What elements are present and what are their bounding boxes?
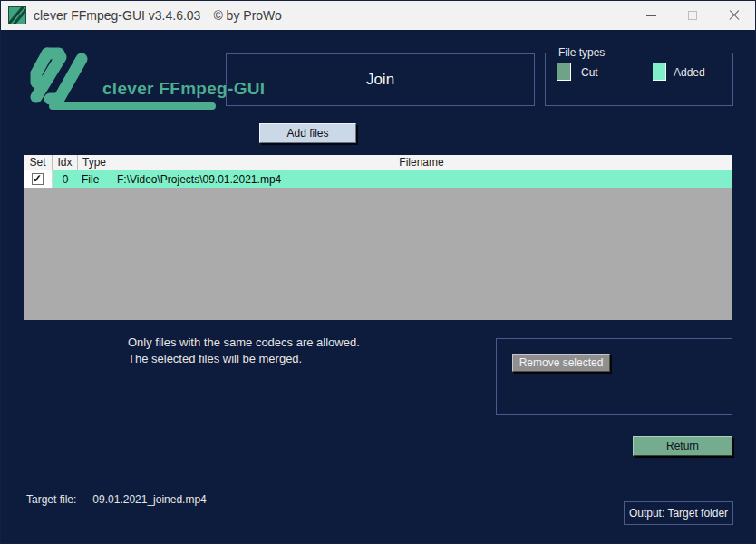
added-label: Added — [674, 66, 705, 79]
header-filename[interactable]: Filename — [111, 155, 732, 170]
table-header-row: Set Idx Type Filename — [24, 155, 732, 170]
file-table: Set Idx Type Filename 0 File F:\Video\Pr… — [24, 155, 732, 320]
remove-group: Remove selected — [496, 338, 732, 415]
maximize-icon — [688, 11, 697, 20]
file-types-legend: File types — [554, 46, 609, 59]
info-line-2: The selected files will be merged. — [128, 351, 360, 367]
row-type-cell: File — [78, 170, 111, 188]
row-filename-cell: F:\Video\Projects\09.01.2021.mp4 — [111, 170, 732, 188]
cut-label: Cut — [581, 66, 598, 79]
maximize-button — [672, 1, 713, 30]
minimize-button[interactable] — [630, 1, 672, 30]
added-color-swatch — [653, 63, 666, 81]
header-type[interactable]: Type — [78, 155, 111, 170]
close-button[interactable] — [713, 1, 755, 30]
remove-selected-button[interactable]: Remove selected — [512, 354, 610, 372]
row-set-cell — [24, 170, 53, 188]
window-copyright: © by ProWo — [213, 8, 281, 23]
output-target-folder-button[interactable]: Output: Target folder — [624, 501, 733, 525]
app-logo-icon — [8, 6, 26, 24]
join-label: Join — [366, 71, 394, 89]
logo-zigzag-icon — [24, 46, 101, 106]
logo-underline — [49, 102, 216, 110]
titlebar: clever FFmpeg-GUI v3.4.6.03 © by ProWo — [1, 1, 755, 30]
cut-color-swatch — [557, 63, 571, 81]
minimize-icon — [646, 15, 656, 16]
target-file-label: Target file: — [26, 493, 76, 506]
close-icon — [729, 10, 740, 21]
app-window: clever FFmpeg-GUI v3.4.6.03 © by ProWo c… — [0, 0, 756, 544]
table-row[interactable]: 0 File F:\Video\Projects\09.01.2021.mp4 — [24, 170, 732, 188]
row-checkbox[interactable] — [32, 173, 44, 185]
target-file-value: 09.01.2021_joined.mp4 — [92, 493, 206, 506]
return-button[interactable]: Return — [633, 436, 732, 456]
row-idx-cell: 0 — [53, 170, 78, 188]
window-title: clever FFmpeg-GUI v3.4.6.03 — [34, 8, 200, 23]
target-file-line: Target file: 09.01.2021_joined.mp4 — [26, 493, 207, 506]
join-panel[interactable]: Join — [226, 53, 535, 106]
header-set[interactable]: Set — [24, 155, 53, 170]
info-line-1: Only files with the same codecs are allo… — [128, 335, 360, 351]
info-text: Only files with the same codecs are allo… — [128, 335, 360, 367]
file-types-group: File types Cut Added — [545, 53, 733, 106]
table-empty-area — [24, 188, 732, 320]
add-files-button[interactable]: Add files — [259, 123, 356, 143]
header-idx[interactable]: Idx — [53, 155, 78, 170]
